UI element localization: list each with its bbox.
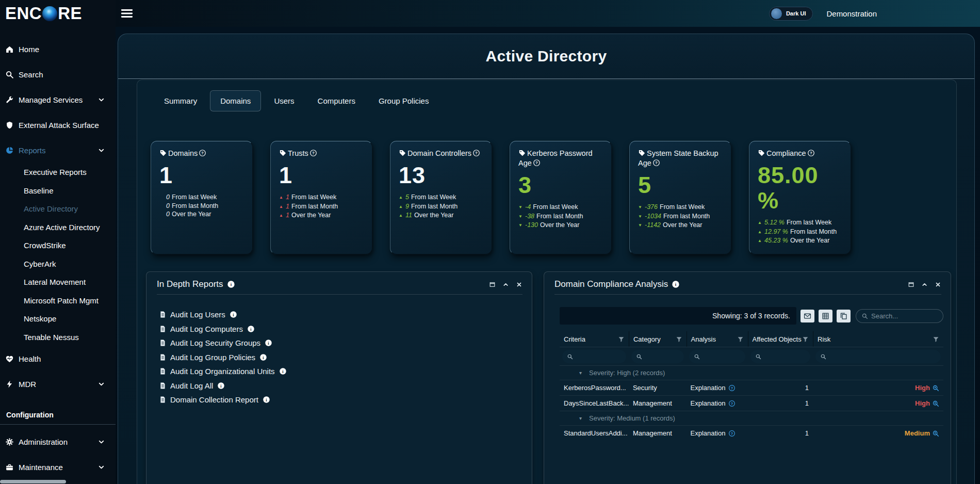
- info-icon[interactable]: i: [217, 382, 225, 390]
- column-filter-input[interactable]: [631, 350, 684, 363]
- column-header-analysis[interactable]: Analysis: [687, 331, 748, 347]
- trend-label: From last Week: [172, 193, 217, 201]
- explanation-help-icon[interactable]: ?: [728, 430, 736, 437]
- filter-funnel-icon[interactable]: [676, 336, 682, 343]
- close-icon[interactable]: [516, 281, 522, 288]
- sidebar-subitem-active-directory[interactable]: Active Directory: [0, 200, 116, 218]
- analysis-link[interactable]: Explanation: [691, 399, 726, 407]
- zoom-detail-icon[interactable]: [932, 384, 939, 392]
- sidebar-subitem-tenable-nessus[interactable]: Tenable Nessus: [0, 328, 116, 347]
- report-link-audit-log-users[interactable]: Audit Log Users i: [159, 308, 532, 322]
- info-icon[interactable]: i: [230, 311, 237, 318]
- tab-domains[interactable]: Domains: [210, 90, 261, 111]
- tab-computers[interactable]: Computers: [307, 90, 366, 111]
- table-search[interactable]: [856, 309, 943, 323]
- trend-delta: -1034: [645, 213, 661, 220]
- column-filter-input[interactable]: [815, 350, 941, 363]
- zoom-detail-icon[interactable]: [932, 400, 939, 407]
- collapse-chevron-icon[interactable]: [502, 281, 509, 288]
- sidebar-item-home[interactable]: Home: [0, 37, 116, 62]
- main-content: Active Directory SummaryDomainsUsersComp…: [116, 27, 980, 484]
- filter-funnel-icon[interactable]: [737, 336, 744, 343]
- help-circle-icon[interactable]: ?: [807, 149, 815, 157]
- sidebar-item-search[interactable]: Search: [0, 62, 116, 87]
- email-button[interactable]: [801, 310, 814, 322]
- menu-icon[interactable]: [120, 7, 134, 20]
- help-circle-icon[interactable]: ?: [309, 149, 317, 157]
- report-link-audit-log-computers[interactable]: Audit Log Computers i: [159, 322, 532, 336]
- explanation-help-icon[interactable]: ?: [728, 384, 736, 392]
- sidebar-item-external-attack-surface[interactable]: External Attack Surface: [0, 112, 116, 138]
- sidebar-item-mdr[interactable]: MDR: [0, 372, 116, 397]
- trend-line: ▲5From last Week: [399, 193, 483, 202]
- sidebar-subitem-baseline[interactable]: Baseline: [0, 182, 116, 200]
- search-input[interactable]: [871, 312, 938, 320]
- info-icon[interactable]: i: [247, 325, 255, 333]
- zoom-detail-icon[interactable]: [932, 430, 939, 437]
- severity-group-row[interactable]: ▾ Severity: High (2 records): [560, 365, 943, 380]
- info-icon[interactable]: i: [265, 339, 272, 347]
- tab-users[interactable]: Users: [264, 90, 304, 111]
- help-circle-icon[interactable]: ?: [199, 149, 206, 157]
- help-circle-icon[interactable]: ?: [533, 159, 541, 167]
- help-circle-icon[interactable]: ?: [472, 149, 480, 157]
- explanation-help-icon[interactable]: ?: [728, 400, 736, 407]
- info-icon[interactable]: i: [263, 396, 270, 404]
- column-header-criteria[interactable]: Criteria: [560, 331, 629, 347]
- horizontal-scrollbar-thumb[interactable]: [0, 480, 66, 483]
- sidebar-item-maintenance[interactable]: Maintenance: [0, 455, 116, 480]
- sidebar-subitem-azure-active-directory[interactable]: Azure Active Directory: [0, 218, 116, 237]
- trend-up-icon: ▲: [399, 203, 405, 212]
- column-header-risk[interactable]: Risk: [813, 331, 943, 347]
- table-row[interactable]: DaysSinceLastBack... Management Explanat…: [560, 395, 943, 411]
- sidebar-subitem-microsoft-patch-mgmt[interactable]: Microsoft Patch Mgmt: [0, 292, 116, 310]
- sidebar-subitem-cyberark[interactable]: CyberArk: [0, 255, 116, 273]
- sidebar-subitem-netskope[interactable]: Netskope: [0, 310, 116, 328]
- trend-delta: -130: [525, 221, 538, 229]
- info-icon[interactable]: i: [279, 367, 287, 375]
- severity-group-row[interactable]: ▾ Severity: Medium (1 records): [560, 411, 943, 425]
- info-icon[interactable]: i: [259, 353, 267, 361]
- export-button[interactable]: [819, 310, 832, 322]
- report-link-audit-log-organizational-units[interactable]: Audit Log Organizational Units i: [159, 364, 532, 379]
- sidebar-subitem-executive-reports[interactable]: Executive Reports: [0, 163, 116, 182]
- analysis-link[interactable]: Explanation: [691, 384, 726, 392]
- sidebar-item-administration[interactable]: Administration: [0, 429, 116, 455]
- filter-funnel-icon[interactable]: [618, 336, 625, 343]
- trend-line: ▲11Over the Year: [399, 211, 483, 220]
- filter-funnel-icon[interactable]: [933, 336, 939, 343]
- sidebar-item-reports[interactable]: Reports: [0, 138, 116, 163]
- collapse-chevron-icon[interactable]: [921, 281, 928, 288]
- copy-button[interactable]: [837, 310, 851, 322]
- dark-ui-toggle[interactable]: Dark UI: [769, 7, 813, 21]
- column-filter-input[interactable]: [750, 350, 810, 363]
- filter-funnel-icon[interactable]: [802, 336, 809, 343]
- report-link-audit-log-security-groups[interactable]: Audit Log Security Groups i: [159, 336, 532, 350]
- info-icon[interactable]: i: [227, 280, 235, 288]
- trend-line: ▲12.97 %From last Month: [758, 228, 842, 237]
- column-filter-input[interactable]: [562, 350, 626, 363]
- tab-summary[interactable]: Summary: [154, 90, 207, 111]
- report-link-audit-log-group-policies[interactable]: Audit Log Group Policies i: [159, 350, 532, 365]
- close-icon[interactable]: [935, 281, 941, 288]
- analysis-link[interactable]: Explanation: [691, 429, 726, 437]
- expand-window-icon[interactable]: [489, 281, 496, 288]
- sidebar-subitem-lateral-movement[interactable]: Lateral Movement: [0, 273, 116, 292]
- sidebar-item-health[interactable]: Health: [0, 346, 116, 372]
- sidebar-item-managed-services[interactable]: Managed Services: [0, 87, 116, 112]
- tab-group-policies[interactable]: Group Policies: [368, 90, 439, 111]
- help-circle-icon[interactable]: ?: [652, 159, 660, 167]
- table-row[interactable]: StandardUsersAddi... Management Explanat…: [560, 425, 943, 441]
- sidebar-subitem-crowdstrike[interactable]: CrowdStrike: [0, 236, 116, 255]
- column-filter-input[interactable]: [689, 350, 745, 363]
- column-header-affected-objects[interactable]: Affected Objects: [748, 331, 813, 347]
- report-link-domain-collection-report[interactable]: Domain Collection Report i: [159, 393, 532, 407]
- user-name[interactable]: Demonstration: [826, 9, 877, 18]
- report-link-audit-log-all[interactable]: Audit Log All i: [159, 379, 532, 393]
- info-icon[interactable]: i: [672, 280, 680, 288]
- table-row[interactable]: KerberosPassword... Security Explanation…: [560, 380, 943, 395]
- logo[interactable]: ENC RE: [0, 0, 116, 27]
- column-header-category[interactable]: Category: [629, 331, 687, 347]
- expand-window-icon[interactable]: [908, 281, 914, 288]
- stat-card-title-text: System State Backup Age: [638, 149, 718, 167]
